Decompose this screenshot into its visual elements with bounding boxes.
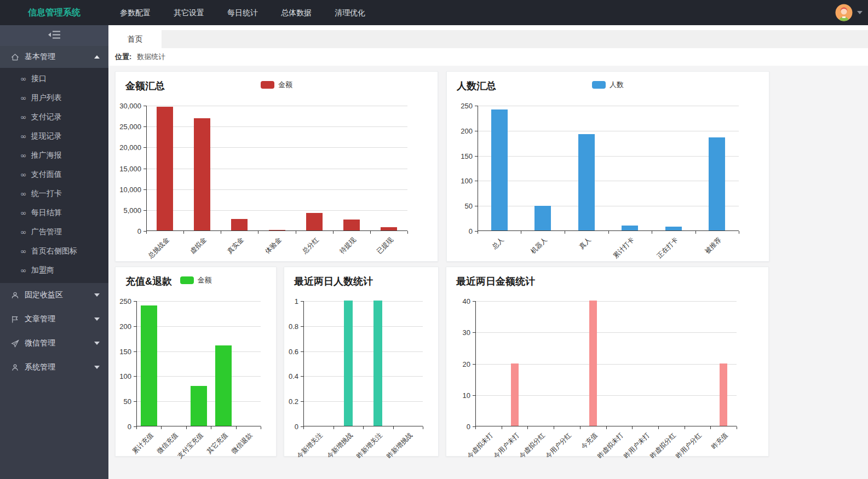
main-area: 首页 位置: 数据统计 金额汇总 金额 05,00010,00015,00020… xyxy=(108,25,868,479)
link-icon: ∞ xyxy=(20,113,27,122)
y-axis-tick-label: 200 xyxy=(119,322,131,330)
topbar-menu-item[interactable]: 总体数据 xyxy=(269,0,323,25)
sidebar-item[interactable]: ∞每日结算 xyxy=(0,203,108,222)
users-icon xyxy=(11,291,20,299)
bar-chart: 050100150200250总人机器人真人累计打卡正在打卡被推荐 xyxy=(447,106,769,259)
chevron-up-icon xyxy=(94,55,100,59)
x-axis-tick-label: 昨用户未打 xyxy=(622,431,652,460)
bar xyxy=(491,109,508,230)
app-title: 信息管理系统 xyxy=(0,7,108,19)
tab-home[interactable]: 首页 xyxy=(108,30,162,48)
y-axis-tick-label: 250 xyxy=(119,297,131,305)
user-menu-caret-icon[interactable] xyxy=(857,11,863,14)
chart-title: 充值&退款 xyxy=(125,276,172,287)
avatar[interactable] xyxy=(835,4,853,21)
x-axis-tick-label: 正在打卡 xyxy=(655,235,680,261)
y-axis-tick-label: 100 xyxy=(119,372,131,380)
y-axis-tick-label: 0 xyxy=(469,227,473,235)
chart-title: 最近两日金额统计 xyxy=(456,276,535,287)
sidebar-item-label: 统一打卡 xyxy=(31,189,62,199)
x-axis-tick-label: 总挑战金 xyxy=(146,235,171,261)
sidebar-item[interactable]: ∞首页右侧图标 xyxy=(0,241,108,261)
y-axis-tick-label: 0 xyxy=(295,423,298,431)
y-axis-tick-label: 1 xyxy=(295,297,298,305)
bar-chart: 010203040今虚拟未打今用户未打今虚拟分红今用户分红今充值昨虚拟未打昨用户… xyxy=(446,301,768,454)
chevron-down-icon xyxy=(94,342,100,345)
x-axis-tick-label: 今新增关注 xyxy=(295,431,325,460)
sidebar-item-label: 每日结算 xyxy=(31,208,62,218)
legend-swatch xyxy=(180,276,194,284)
x-axis-tick-label: 昨新增关注 xyxy=(355,431,384,460)
topbar-menu-item[interactable]: 清理优化 xyxy=(323,0,377,25)
y-axis-tick-label: 30 xyxy=(463,328,470,337)
x-axis-tick-label: 真实金 xyxy=(226,235,246,256)
bar xyxy=(534,206,551,230)
sidebar-item[interactable]: ∞接口 xyxy=(0,69,108,88)
sidebar-group[interactable]: 基本管理 xyxy=(0,46,108,68)
link-icon: ∞ xyxy=(20,266,27,275)
x-axis-tick-label: 微信退款 xyxy=(229,431,255,456)
sidebar-item[interactable]: ∞支付面值 xyxy=(0,165,108,184)
sidebar-item[interactable]: ∞提现记录 xyxy=(0,126,108,146)
legend-label: 金额 xyxy=(198,275,212,285)
sidebar-item[interactable]: ∞广告管理 xyxy=(0,222,108,241)
bar xyxy=(589,301,597,426)
x-axis-tick-label: 其它充值 xyxy=(205,431,230,456)
sidebar-item-label: 接口 xyxy=(31,74,47,84)
sidebar-item-label: 支付面值 xyxy=(31,170,62,180)
chart-legend[interactable]: 人数 xyxy=(592,80,624,90)
breadcrumb: 位置: 数据统计 xyxy=(108,48,868,66)
chart-card-recharge-refund: 充值&退款 金额 050100150200250累计充值微信充值支付宝充值其它充… xyxy=(115,267,277,457)
y-axis-tick-label: 30,000 xyxy=(119,102,141,110)
y-axis-tick-label: 20 xyxy=(463,360,470,368)
topbar-menu-item[interactable]: 其它设置 xyxy=(162,0,216,25)
bar xyxy=(191,386,207,426)
topbar-menu-item[interactable]: 每日统计 xyxy=(216,0,269,25)
bar xyxy=(141,305,157,426)
sidebar-item[interactable]: ∞加盟商 xyxy=(0,261,108,280)
y-axis-tick-label: 0.2 xyxy=(289,397,298,406)
y-axis-tick-label: 250 xyxy=(461,102,473,110)
chart-legend[interactable]: 金额 xyxy=(261,80,292,90)
sidebar-group[interactable]: 固定收益区 xyxy=(0,283,108,307)
x-axis-tick-label: 机器人 xyxy=(529,235,549,256)
topbar-menu: 参数配置其它设置每日统计总体数据清理优化 xyxy=(108,0,377,25)
sidebar-group[interactable]: 微信管理 xyxy=(0,331,108,355)
sidebar-item[interactable]: ∞支付记录 xyxy=(0,107,108,126)
bar xyxy=(215,345,232,426)
y-axis-tick-label: 150 xyxy=(119,347,131,355)
collapse-menu-icon xyxy=(48,30,61,42)
y-axis-tick-label: 25,000 xyxy=(119,123,141,131)
sidebar-group[interactable]: 系统管理 xyxy=(0,355,108,379)
x-axis-tick-label: 累计充值 xyxy=(130,431,156,456)
bar-chart: 00.20.40.60.81今新增关注今新增挑战昨新增关注昨新增挑战 xyxy=(284,301,438,454)
sidebar-group[interactable]: 文章管理 xyxy=(0,307,108,331)
bar-chart: 050100150200250累计充值微信充值支付宝充值其它充值微信退款 xyxy=(116,301,276,454)
chart-title: 人数汇总 xyxy=(457,80,496,91)
sidebar-item[interactable]: ∞用户列表 xyxy=(0,88,108,107)
y-axis-tick-label: 5,000 xyxy=(123,206,141,214)
x-axis-tick-label: 体验金 xyxy=(263,235,283,256)
chart-card-people-summary: 人数汇总 人数 050100150200250总人机器人真人累计打卡正在打卡被推… xyxy=(446,71,769,262)
link-icon: ∞ xyxy=(20,209,27,217)
dashboard: 金额汇总 金额 05,00010,00015,00020,00025,00030… xyxy=(108,66,868,457)
bar xyxy=(709,137,725,230)
bar xyxy=(381,227,397,230)
x-axis-tick-label: 虚拟金 xyxy=(188,235,209,256)
chevron-down-icon xyxy=(94,318,100,321)
x-axis-tick-label: 今用户分红 xyxy=(544,431,573,460)
topbar-menu-item[interactable]: 参数配置 xyxy=(108,0,162,25)
x-axis-tick-label: 累计打卡 xyxy=(611,235,636,261)
sidebar-item[interactable]: ∞推广海报 xyxy=(0,146,108,165)
bar xyxy=(511,363,519,426)
breadcrumb-link[interactable]: 数据统计 xyxy=(137,52,165,62)
x-axis-tick-label: 今虚拟分红 xyxy=(518,431,547,460)
chevron-down-icon xyxy=(94,293,100,297)
x-axis-tick-label: 今虚拟未打 xyxy=(465,431,495,460)
chart-legend[interactable]: 金额 xyxy=(180,275,212,285)
link-icon: ∞ xyxy=(20,94,27,102)
card-row-2: 充值&退款 金额 050100150200250累计充值微信充值支付宝充值其它充… xyxy=(115,267,861,457)
sidebar-collapse-button[interactable] xyxy=(0,25,108,46)
bar xyxy=(344,301,353,426)
sidebar-item[interactable]: ∞统一打卡 xyxy=(0,184,108,203)
